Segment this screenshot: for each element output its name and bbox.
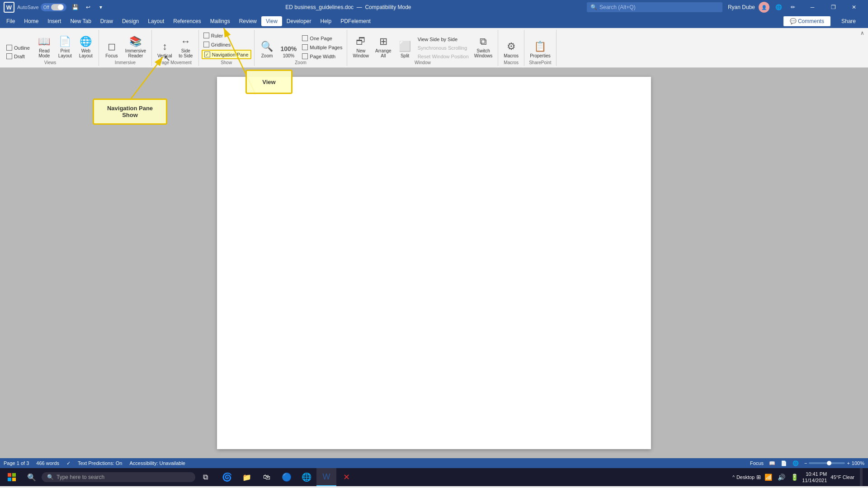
macros-label: Macros <box>504 53 519 58</box>
pen-icon[interactable]: ✏ <box>788 2 798 13</box>
focus-button-status[interactable]: Focus <box>750 460 764 466</box>
vertical-button[interactable]: ↕ Vertical <box>155 39 175 60</box>
app8-icon[interactable]: ✕ <box>336 468 356 486</box>
zoom-bar[interactable] <box>809 462 845 464</box>
view-side-by-side-button[interactable]: View Side by Side <box>416 36 471 43</box>
split-button[interactable]: ⬜ Split <box>395 39 415 60</box>
show-desktop-button[interactable] <box>860 468 863 486</box>
navigation-pane-toggle[interactable]: Navigation Pane <box>202 50 251 59</box>
comments-button[interactable]: 💬 Comments <box>783 16 831 27</box>
focus-button[interactable]: ◻ Focus <box>102 39 122 60</box>
zoom-button[interactable]: 🔍 Zoom <box>257 39 277 60</box>
gridlines-toggle[interactable]: Gridlines <box>202 41 232 48</box>
zoom-100-label: 100% <box>283 53 295 58</box>
menu-file[interactable]: File <box>2 16 19 26</box>
menu-view[interactable]: View <box>261 16 282 26</box>
menu-insert[interactable]: Insert <box>43 16 66 26</box>
print-view-icon[interactable]: 📄 <box>781 460 787 466</box>
help-icon[interactable]: 🌐 <box>773 2 784 13</box>
restore-button[interactable]: ❐ <box>823 0 844 14</box>
web-layout-button[interactable]: 🌐 WebLayout <box>76 34 96 60</box>
windows-logo-icon <box>8 473 16 481</box>
show-hidden-icons[interactable]: ^ <box>732 475 735 480</box>
macros-button[interactable]: ⚙ Macros <box>501 39 521 60</box>
show-apps-icon[interactable]: ⊞ <box>756 474 761 480</box>
arrange-all-button[interactable]: ⊞ ArrangeAll <box>373 34 394 60</box>
system-clock[interactable]: 10:41 PM 11/14/2021 <box>802 471 827 484</box>
taskbar-search-area[interactable]: 🔍 <box>42 472 195 482</box>
document-area <box>0 68 868 458</box>
customize-qs-button[interactable]: ▾ <box>95 2 106 13</box>
undo-button[interactable]: ↩ <box>83 2 94 13</box>
side-to-side-icon: ↔ <box>181 36 191 47</box>
zoom-in-icon[interactable]: + <box>847 460 849 466</box>
menu-home[interactable]: Home <box>19 16 43 26</box>
properties-button[interactable]: 📋 Properties <box>527 39 553 60</box>
desktop-label[interactable]: Desktop <box>736 474 755 480</box>
zoom-out-icon[interactable]: − <box>804 460 807 466</box>
new-window-icon: 🗗 <box>356 36 366 47</box>
switch-windows-button[interactable]: ⧉ SwitchWindows <box>472 34 495 60</box>
file-explorer-icon[interactable]: 📁 <box>237 468 257 486</box>
store-icon[interactable]: 🛍 <box>257 468 277 486</box>
menu-help[interactable]: Help <box>316 16 336 26</box>
minimize-button[interactable]: ─ <box>802 0 823 14</box>
app5-icon[interactable]: 🔵 <box>277 468 297 486</box>
share-button[interactable]: Share <box>835 16 863 27</box>
edge-icon[interactable]: 🌀 <box>217 468 237 486</box>
user-avatar[interactable]: 👤 <box>759 2 769 13</box>
menu-new-tab[interactable]: New Tab <box>66 16 95 26</box>
zoom-control[interactable]: − + 100% <box>804 460 864 466</box>
properties-label: Properties <box>530 53 551 58</box>
side-to-side-label: Sideto Side <box>179 48 193 58</box>
network-icon[interactable]: 📶 <box>763 474 774 481</box>
sharepoint-items: 📋 Properties <box>527 30 553 60</box>
page-width-button[interactable]: Page Width <box>300 52 344 60</box>
taskbar-search-input[interactable] <box>57 474 170 480</box>
side-to-side-button[interactable]: ↔ Sideto Side <box>176 34 196 60</box>
read-mode-button[interactable]: 📖 ReadMode <box>34 34 54 60</box>
gridlines-label: Gridlines <box>211 42 231 47</box>
reset-window-position-button[interactable]: Reset Window Position <box>416 53 471 60</box>
save-button[interactable]: 💾 <box>70 2 81 13</box>
menu-design[interactable]: Design <box>118 16 143 26</box>
title-search-area[interactable]: 🔍 <box>587 2 722 12</box>
one-page-button[interactable]: One Page <box>300 34 344 42</box>
ribbon-group-sharepoint: 📋 Properties SharePoint <box>524 30 557 66</box>
menu-mailings[interactable]: Mailings <box>206 16 235 26</box>
new-window-button[interactable]: 🗗 NewWindow <box>350 34 372 60</box>
vertical-label: Vertical <box>157 53 172 58</box>
menu-layout[interactable]: Layout <box>143 16 169 26</box>
close-button[interactable]: ✕ <box>844 0 864 14</box>
menu-pdfelement[interactable]: PDFelement <box>336 16 375 26</box>
multiple-pages-icon <box>302 44 308 50</box>
menu-developer[interactable]: Developer <box>282 16 316 26</box>
read-mode-icon: 📖 <box>38 36 50 47</box>
start-button[interactable] <box>2 468 22 486</box>
search-taskbar-button[interactable]: 🔍 <box>22 468 42 486</box>
multiple-pages-button[interactable]: Multiple Pages <box>300 43 344 51</box>
autosave-toggle[interactable]: Off <box>41 3 66 11</box>
clock-date: 11/14/2021 <box>802 477 827 483</box>
title-search-input[interactable] <box>587 2 722 12</box>
accessibility-status: Accessibility: Unavailable <box>129 460 185 466</box>
zoom-100-button[interactable]: 100% 100% <box>278 43 300 60</box>
task-view-button[interactable]: ⧉ <box>195 468 215 486</box>
draft-button[interactable]: Draft <box>5 52 32 60</box>
battery-icon[interactable]: 🔋 <box>789 474 800 481</box>
read-view-icon[interactable]: 📖 <box>769 460 775 466</box>
menu-draw[interactable]: Draw <box>96 16 118 26</box>
immersive-reader-button[interactable]: 📚 ImmersiveReader <box>123 34 149 60</box>
menu-review[interactable]: Review <box>235 16 261 26</box>
print-layout-button[interactable]: 📄 PrintLayout <box>55 34 75 60</box>
volume-icon[interactable]: 🔊 <box>776 474 787 481</box>
synchronous-scrolling-button[interactable]: Synchronous Scrolling <box>416 44 471 52</box>
zoom-thumb[interactable] <box>827 461 831 465</box>
outline-button[interactable]: Outline <box>5 44 32 52</box>
web-view-icon[interactable]: 🌐 <box>793 460 799 466</box>
menu-references[interactable]: References <box>169 16 205 26</box>
word-taskbar-icon[interactable]: W <box>316 468 336 486</box>
app6-icon[interactable]: 🌐 <box>297 468 316 486</box>
ribbon-collapse-button[interactable]: ∧ <box>860 30 864 36</box>
ruler-toggle[interactable]: Ruler <box>202 32 225 39</box>
